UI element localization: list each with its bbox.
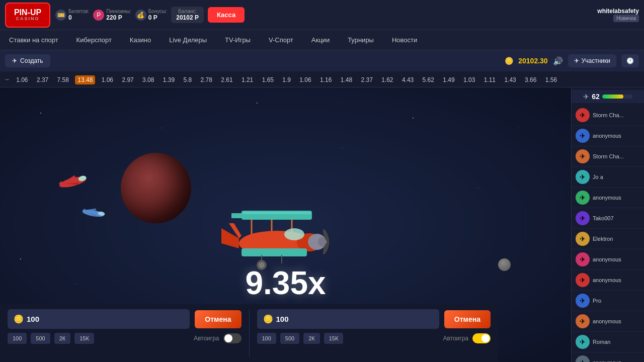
quick-bet-100-left[interactable]: 100 [8, 333, 27, 344]
sidebar-player-7: ✈anonymous [572, 249, 644, 270]
nav-turniry[interactable]: Турниры [344, 34, 378, 46]
logo-pin-text: PIN-UP [14, 9, 41, 17]
sidebar-progress [602, 95, 632, 99]
bonus-label: Бонусы: [148, 9, 168, 14]
tick-val-26: 1.56 [543, 75, 559, 84]
multiplier-display: 9.35x [245, 264, 326, 302]
ticker-minus[interactable]: − [3, 75, 12, 83]
bet-bottom-left: 100 500 2К 15К Автоигра [8, 333, 242, 344]
username: whitelabsafety [597, 8, 639, 15]
nav-live[interactable]: Live Дилеры [165, 34, 211, 46]
logo[interactable]: PIN-UP CASINO [5, 3, 50, 28]
player-name-1: anonymous [593, 133, 621, 139]
player-avatar-7: ✈ [576, 252, 590, 266]
star [257, 103, 258, 104]
tick-val-11: 1.21 [239, 75, 256, 84]
autoplay-toggle-left[interactable] [223, 333, 242, 343]
plane-sidebar-icon: ✈ [583, 93, 589, 101]
svg-rect-13 [231, 213, 242, 218]
player-name-4: anonymous [593, 195, 621, 201]
nav-akcii[interactable]: Акции [307, 34, 334, 46]
player-avatar-4: ✈ [576, 191, 590, 205]
nav-novosti[interactable]: Новости [388, 34, 421, 46]
sidebar-player-4: ✈anonymous [572, 188, 644, 208]
bonus-icon: 💰 [135, 10, 146, 21]
sidebar-progress-fill [602, 95, 623, 99]
nav-tv[interactable]: TV-Игры [221, 34, 255, 46]
bonus-stat: 💰 Бонусы: 0 Р [135, 9, 168, 21]
sidebar-player-5: ✈Tako007 [572, 208, 644, 229]
star [40, 113, 41, 114]
tick-val-22: 1.03 [461, 75, 477, 84]
quick-bet-500-left[interactable]: 500 [31, 333, 50, 344]
ticket-icon: 🎫 [55, 10, 66, 21]
pincoins-label: Пинкоины: [106, 9, 131, 14]
player-name-11: Roman [593, 339, 610, 345]
user-block: whitelabsafety Новичок [597, 8, 639, 22]
sidebar-player-8: ✈anonymous [572, 270, 644, 291]
toolbar-right: 🪙 20102.30 🔊 ✈ Участники 🕐 [505, 54, 639, 67]
nav-kibersport[interactable]: Киберспорт [72, 34, 116, 46]
quick-bet-500-right[interactable]: 500 [280, 333, 299, 344]
cancel-button-left[interactable]: Отмена [195, 310, 241, 328]
star [161, 128, 162, 128]
player-avatar-8: ✈ [576, 273, 590, 287]
quick-bet-2k-right[interactable]: 2К [303, 333, 320, 344]
tickets-label: Билетов: [68, 9, 89, 14]
multiplier-ticker: − 1.06 2.37 7.58 13.48 1.06 2.97 3.08 1.… [0, 71, 644, 87]
star [478, 188, 478, 189]
tick-val-5: 2.97 [119, 75, 136, 84]
sidebar-header: ✈ 62 [572, 90, 644, 103]
autoplay-label-right: Автоигра [443, 335, 468, 342]
tick-val-8: 5.8 [181, 75, 194, 84]
tick-val-1: 2.37 [34, 75, 51, 84]
player-name-0: Storm Cha... [593, 112, 624, 118]
coin-icon-toolbar: 🪙 [505, 57, 513, 65]
player-avatar-1: ✈ [576, 129, 590, 143]
sound-icon[interactable]: 🔊 [553, 56, 563, 66]
history-button[interactable]: 🕐 [621, 54, 639, 67]
player-avatar-11: ✈ [576, 335, 590, 349]
tick-val-23: 1.11 [481, 75, 498, 84]
autoplay-toggle-right[interactable] [472, 333, 491, 343]
tick-val-6: 3.08 [140, 75, 156, 84]
quick-bet-100-right[interactable]: 100 [257, 333, 276, 344]
tick-val-24: 1.43 [502, 75, 518, 84]
quick-bet-15k-left[interactable]: 15К [74, 333, 94, 344]
player-name-2: Storm Cha... [593, 153, 624, 159]
quick-bet-15k-right[interactable]: 15К [324, 333, 344, 344]
small-plane-1 [54, 171, 91, 196]
bet-bottom-right: 100 500 2К 15К Автоигра [257, 333, 491, 344]
bet-panel-left: 🪙 100 Отмена 100 500 2К 15К Автоигра [8, 309, 242, 357]
player-name-7: anonymous [593, 256, 621, 262]
nav-casino[interactable]: Казино [126, 34, 155, 46]
tick-val-7: 1.39 [160, 75, 177, 84]
nav-stavki[interactable]: Ставки на спорт [5, 34, 62, 46]
quick-bet-2k-left[interactable]: 2К [54, 333, 71, 344]
sidebar-player-10: ✈anonymous [572, 311, 644, 332]
cancel-button-right[interactable]: Отмена [444, 310, 491, 328]
small-plane-2 [77, 204, 109, 225]
player-avatar-3: ✈ [576, 170, 590, 184]
player-name-8: anonymous [593, 277, 621, 283]
tick-val-4: 1.06 [99, 75, 116, 84]
tickets-stat: 🎫 Билетов: 0 [55, 9, 89, 21]
participants-button[interactable]: ✈ Участники [568, 54, 616, 67]
kassa-button[interactable]: Касса [208, 7, 245, 23]
pincoin-icon: P [93, 10, 104, 21]
toggle-knob-left [224, 334, 232, 342]
player-avatar-2: ✈ [576, 149, 590, 163]
tick-val-20: 5.62 [420, 75, 437, 84]
nav-vsport[interactable]: V-Спорт [265, 34, 297, 46]
balance-block: Баланс: 20102 Р [171, 7, 204, 23]
sidebar-player-6: ✈Elektron [572, 229, 644, 249]
plane-icon: ✈ [12, 57, 17, 64]
create-label: Создать [20, 57, 43, 64]
tick-val-13: 1.9 [280, 75, 293, 84]
pincoins-info: Пинкоины: 220 Р [106, 9, 131, 21]
star [413, 118, 414, 119]
sidebar-count: 62 [592, 93, 600, 101]
create-button[interactable]: ✈ Создать [5, 54, 50, 67]
bet-input-right: 🪙 100 [257, 309, 439, 329]
balance-label: Баланс: [178, 9, 197, 14]
